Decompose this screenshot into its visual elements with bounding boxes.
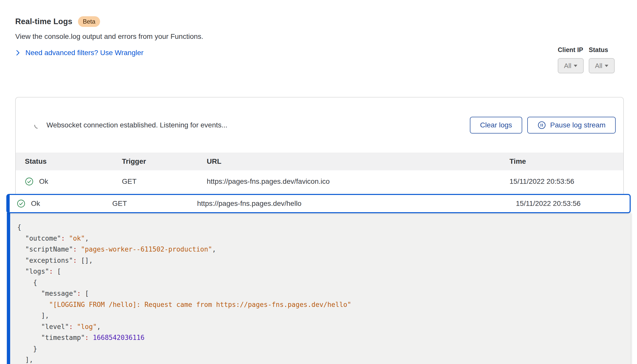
row-url: https://pages-fns.pages.dev/hello [197,200,516,208]
row-time: 15/11/2022 20:53:56 [516,200,630,208]
pause-log-stream-label: Pause log stream [550,121,606,129]
json-line: ], [17,310,631,321]
status-dropdown[interactable]: All [589,58,615,73]
json-line: "timestamp": 1668542036116 [17,332,631,343]
json-line: "outcome": "ok", [17,233,631,244]
json-line: "exceptions": [], [17,255,631,266]
pause-circle-icon [537,121,546,129]
log-detail-json-viewer: { "outcome": "ok", "scriptName": "pages-… [7,213,631,364]
beta-badge: Beta [78,16,100,27]
json-line: { [17,222,631,233]
json-line: { [17,277,631,288]
client-ip-dropdown[interactable]: All [558,58,584,73]
row-time: 15/11/2022 20:53:56 [509,177,623,186]
row-url: https://pages-fns.pages.dev/favicon.ico [207,177,509,186]
client-ip-value: All [564,62,571,70]
clear-logs-button[interactable]: Clear logs [470,117,522,134]
json-line: ], [17,354,631,364]
pause-log-stream-button[interactable]: Pause log stream [527,117,616,134]
client-ip-filter: Client IP All [558,46,584,73]
status-value: All [595,62,602,70]
check-circle-icon [25,177,34,186]
table-row[interactable]: Ok GET https://pages-fns.pages.dev/favic… [16,170,623,193]
column-header-trigger: Trigger [122,157,207,166]
spinner-icon [33,120,43,130]
client-ip-label: Client IP [558,46,584,54]
websocket-status-bar: Websocket connection established. Listen… [16,97,623,153]
advanced-filters-link[interactable]: Need advanced filters? Use Wrangler [15,49,144,57]
row-trigger: GET [112,200,197,208]
row-status: Ok [31,200,40,208]
column-header-status: Status [16,157,122,166]
row-status: Ok [39,177,48,186]
column-header-url: URL [207,157,509,166]
json-line: "message": [ [17,288,631,299]
column-header-time: Time [509,157,623,166]
caret-down-icon [605,65,608,67]
json-line: "scriptName": "pages-worker--611502-prod… [17,244,631,255]
status-label: Status [589,46,615,54]
caret-down-icon [574,65,577,67]
clear-logs-label: Clear logs [480,121,512,129]
websocket-status-message: Websocket connection established. Listen… [46,121,470,129]
json-line: } [17,343,631,355]
page-subtitle: View the console.log output and errors f… [15,32,203,41]
chevron-right-icon [15,49,21,56]
advanced-filters-link-label: Need advanced filters? Use Wrangler [25,49,144,57]
selected-table-row[interactable]: Ok GET https://pages-fns.pages.dev/hello… [6,194,631,213]
status-filter: Status All [589,46,615,73]
json-line: "[LOGGING FROM /hello]: Request came fro… [17,299,631,310]
row-trigger: GET [122,177,207,186]
json-line: "logs": [ [17,266,631,277]
page-header: Real-time Logs Beta [15,16,100,27]
check-circle-icon [17,199,25,208]
page-title: Real-time Logs [15,17,72,26]
table-header: Status Trigger URL Time [16,153,623,170]
json-line: "level": "log", [17,321,631,333]
